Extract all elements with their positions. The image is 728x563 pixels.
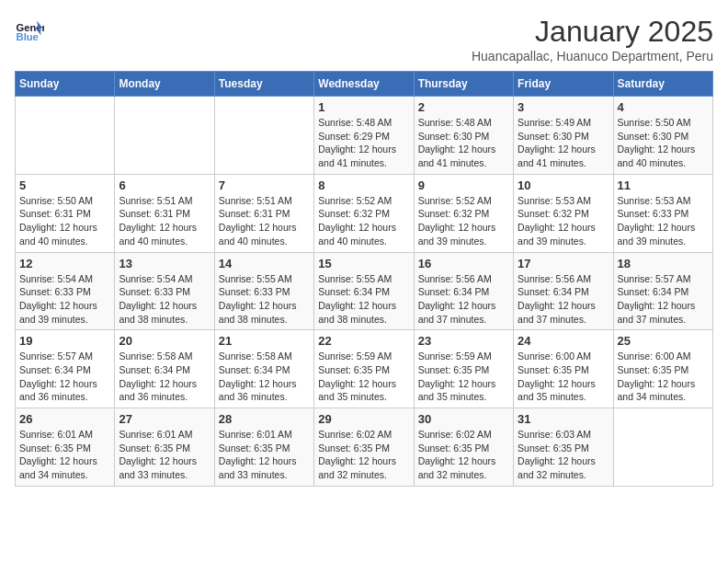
- day-info: Sunrise: 5:56 AM Sunset: 6:34 PM Dayligh…: [418, 272, 509, 327]
- day-header-monday: Monday: [115, 72, 214, 97]
- day-number: 10: [518, 178, 609, 192]
- day-number: 17: [518, 257, 609, 270]
- day-number: 18: [618, 257, 709, 270]
- day-info: Sunrise: 5:49 AM Sunset: 6:30 PM Dayligh…: [518, 116, 609, 170]
- day-header-thursday: Thursday: [414, 72, 513, 97]
- day-number: 25: [618, 334, 709, 348]
- day-number: 13: [119, 257, 210, 270]
- day-number: 3: [518, 100, 609, 114]
- day-number: 27: [119, 412, 210, 426]
- day-number: 22: [318, 334, 409, 348]
- calendar-cell: 3Sunrise: 5:49 AM Sunset: 6:30 PM Daylig…: [514, 97, 613, 175]
- calendar-cell: 17Sunrise: 5:56 AM Sunset: 6:34 PM Dayli…: [514, 252, 613, 330]
- day-info: Sunrise: 5:57 AM Sunset: 6:34 PM Dayligh…: [19, 350, 110, 404]
- day-info: Sunrise: 6:01 AM Sunset: 6:35 PM Dayligh…: [19, 428, 110, 482]
- day-header-saturday: Saturday: [613, 72, 712, 97]
- day-info: Sunrise: 5:57 AM Sunset: 6:34 PM Dayligh…: [618, 272, 709, 327]
- day-info: Sunrise: 5:53 AM Sunset: 6:33 PM Dayligh…: [618, 194, 709, 248]
- title-area: January 2025 Huancapallac, Huanuco Depar…: [472, 15, 713, 63]
- day-number: 30: [418, 412, 509, 426]
- day-number: 24: [518, 334, 609, 348]
- logo-icon: General Blue: [15, 15, 44, 44]
- day-info: Sunrise: 5:55 AM Sunset: 6:33 PM Dayligh…: [219, 272, 310, 327]
- day-info: Sunrise: 5:54 AM Sunset: 6:33 PM Dayligh…: [119, 272, 210, 327]
- month-title: January 2025: [472, 15, 713, 49]
- day-info: Sunrise: 5:59 AM Sunset: 6:35 PM Dayligh…: [418, 350, 509, 404]
- svg-text:Blue: Blue: [17, 31, 39, 42]
- day-header-wednesday: Wednesday: [314, 72, 414, 97]
- calendar-cell: 19Sunrise: 5:57 AM Sunset: 6:34 PM Dayli…: [16, 330, 115, 408]
- day-info: Sunrise: 5:55 AM Sunset: 6:34 PM Dayligh…: [318, 272, 409, 327]
- day-number: 11: [618, 178, 709, 192]
- calendar-cell: 22Sunrise: 5:59 AM Sunset: 6:35 PM Dayli…: [314, 330, 414, 408]
- day-number: 28: [219, 412, 310, 426]
- calendar-cell: 21Sunrise: 5:58 AM Sunset: 6:34 PM Dayli…: [214, 330, 313, 408]
- calendar-cell: 16Sunrise: 5:56 AM Sunset: 6:34 PM Dayli…: [414, 252, 513, 330]
- day-number: 21: [219, 334, 310, 348]
- day-info: Sunrise: 5:52 AM Sunset: 6:32 PM Dayligh…: [418, 194, 509, 248]
- day-info: Sunrise: 5:48 AM Sunset: 6:29 PM Dayligh…: [318, 116, 409, 170]
- day-info: Sunrise: 6:02 AM Sunset: 6:35 PM Dayligh…: [418, 428, 509, 482]
- day-info: Sunrise: 5:53 AM Sunset: 6:32 PM Dayligh…: [518, 194, 609, 248]
- day-number: 8: [318, 178, 409, 192]
- calendar-cell: 24Sunrise: 6:00 AM Sunset: 6:35 PM Dayli…: [514, 330, 613, 408]
- day-info: Sunrise: 5:59 AM Sunset: 6:35 PM Dayligh…: [318, 350, 409, 404]
- day-header-friday: Friday: [514, 72, 613, 97]
- calendar-cell: 27Sunrise: 6:01 AM Sunset: 6:35 PM Dayli…: [115, 408, 214, 487]
- day-number: 1: [318, 100, 409, 114]
- calendar-cell: 29Sunrise: 6:02 AM Sunset: 6:35 PM Dayli…: [314, 408, 414, 487]
- day-number: 6: [119, 178, 210, 192]
- calendar-cell: 5Sunrise: 5:50 AM Sunset: 6:31 PM Daylig…: [16, 174, 115, 252]
- day-number: 2: [418, 100, 509, 114]
- day-info: Sunrise: 5:54 AM Sunset: 6:33 PM Dayligh…: [19, 272, 110, 327]
- day-info: Sunrise: 5:52 AM Sunset: 6:32 PM Dayligh…: [318, 194, 409, 248]
- calendar-cell: 4Sunrise: 5:50 AM Sunset: 6:30 PM Daylig…: [613, 97, 712, 175]
- calendar-cell: 30Sunrise: 6:02 AM Sunset: 6:35 PM Dayli…: [414, 408, 513, 487]
- calendar-cell: 9Sunrise: 5:52 AM Sunset: 6:32 PM Daylig…: [414, 174, 513, 252]
- calendar-cell: 1Sunrise: 5:48 AM Sunset: 6:29 PM Daylig…: [314, 97, 414, 175]
- day-number: 16: [418, 257, 509, 270]
- day-info: Sunrise: 5:58 AM Sunset: 6:34 PM Dayligh…: [219, 350, 310, 404]
- day-info: Sunrise: 6:00 AM Sunset: 6:35 PM Dayligh…: [618, 350, 709, 404]
- day-info: Sunrise: 5:51 AM Sunset: 6:31 PM Dayligh…: [119, 194, 210, 248]
- day-number: 19: [19, 334, 110, 348]
- day-number: 7: [219, 178, 310, 192]
- day-number: 9: [418, 178, 509, 192]
- day-info: Sunrise: 5:56 AM Sunset: 6:34 PM Dayligh…: [518, 272, 609, 327]
- calendar-week-4: 19Sunrise: 5:57 AM Sunset: 6:34 PM Dayli…: [16, 330, 713, 408]
- page-header: General Blue January 2025 Huancapallac, …: [15, 15, 713, 63]
- calendar-cell: [214, 97, 313, 175]
- day-number: 15: [318, 257, 409, 270]
- calendar-cell: 11Sunrise: 5:53 AM Sunset: 6:33 PM Dayli…: [613, 174, 712, 252]
- day-header-sunday: Sunday: [16, 72, 115, 97]
- calendar-cell: [16, 97, 115, 175]
- day-info: Sunrise: 6:01 AM Sunset: 6:35 PM Dayligh…: [119, 428, 210, 482]
- calendar-cell: 13Sunrise: 5:54 AM Sunset: 6:33 PM Dayli…: [115, 252, 214, 330]
- calendar-cell: 28Sunrise: 6:01 AM Sunset: 6:35 PM Dayli…: [214, 408, 313, 487]
- calendar-cell: 2Sunrise: 5:48 AM Sunset: 6:30 PM Daylig…: [414, 97, 513, 175]
- day-number: 31: [518, 412, 609, 426]
- day-info: Sunrise: 6:02 AM Sunset: 6:35 PM Dayligh…: [318, 428, 409, 482]
- location: Huancapallac, Huanuco Department, Peru: [472, 49, 713, 63]
- calendar-cell: 18Sunrise: 5:57 AM Sunset: 6:34 PM Dayli…: [613, 252, 712, 330]
- day-info: Sunrise: 5:58 AM Sunset: 6:34 PM Dayligh…: [119, 350, 210, 404]
- day-info: Sunrise: 5:48 AM Sunset: 6:30 PM Dayligh…: [418, 116, 509, 170]
- day-number: 12: [19, 257, 110, 270]
- logo: General Blue: [15, 15, 44, 44]
- day-info: Sunrise: 5:50 AM Sunset: 6:30 PM Dayligh…: [618, 116, 709, 170]
- day-number: 5: [19, 178, 110, 192]
- calendar-cell: 25Sunrise: 6:00 AM Sunset: 6:35 PM Dayli…: [613, 330, 712, 408]
- day-info: Sunrise: 6:01 AM Sunset: 6:35 PM Dayligh…: [219, 428, 310, 482]
- calendar-header-row: SundayMondayTuesdayWednesdayThursdayFrid…: [16, 72, 713, 97]
- calendar-cell: 6Sunrise: 5:51 AM Sunset: 6:31 PM Daylig…: [115, 174, 214, 252]
- calendar-table: SundayMondayTuesdayWednesdayThursdayFrid…: [15, 71, 713, 487]
- calendar-cell: 31Sunrise: 6:03 AM Sunset: 6:35 PM Dayli…: [514, 408, 613, 487]
- day-header-tuesday: Tuesday: [214, 72, 313, 97]
- calendar-week-2: 5Sunrise: 5:50 AM Sunset: 6:31 PM Daylig…: [16, 174, 713, 252]
- calendar-cell: 14Sunrise: 5:55 AM Sunset: 6:33 PM Dayli…: [214, 252, 313, 330]
- calendar-cell: 20Sunrise: 5:58 AM Sunset: 6:34 PM Dayli…: [115, 330, 214, 408]
- calendar-cell: 23Sunrise: 5:59 AM Sunset: 6:35 PM Dayli…: [414, 330, 513, 408]
- day-number: 23: [418, 334, 509, 348]
- calendar-cell: 26Sunrise: 6:01 AM Sunset: 6:35 PM Dayli…: [16, 408, 115, 487]
- day-info: Sunrise: 6:03 AM Sunset: 6:35 PM Dayligh…: [518, 428, 609, 482]
